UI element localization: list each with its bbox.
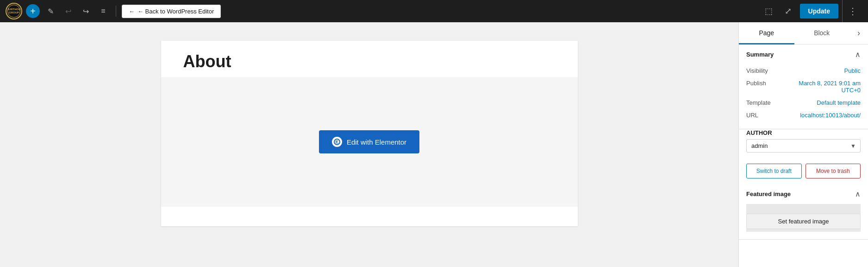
main-layout: About E Edit with Elementor Page — [0, 22, 868, 267]
move-to-trash-button[interactable]: Move to trash — [806, 164, 861, 178]
featured-image-placeholder: Set featured image — [746, 204, 861, 232]
publish-value[interactable]: March 8, 2021 9:01 am UTC+0 — [779, 80, 861, 94]
url-row: URL localhost:10013/about/ — [746, 109, 861, 121]
template-value[interactable]: Default template — [779, 99, 861, 106]
settings-button[interactable]: ⋮ — [842, 0, 862, 22]
add-block-button[interactable]: + — [26, 4, 40, 18]
logo-text: JURTHOU GROUP — [7, 8, 21, 14]
url-label: URL — [746, 112, 779, 119]
undo-icon: ↩ — [65, 7, 71, 16]
toolbar-right: ⬚ ⤢ Update ⋮ — [761, 0, 862, 22]
summary-title: Summary — [746, 51, 774, 58]
set-featured-image-button[interactable]: Set featured image — [746, 214, 861, 229]
tab-block-label: Block — [814, 29, 830, 37]
page-title-area: About — [161, 41, 578, 77]
summary-toggle-icon: ∧ — [855, 50, 861, 59]
back-to-wp-button[interactable]: ← ← Back to WordPress Editor — [122, 5, 221, 18]
publish-row: Publish March 8, 2021 9:01 am UTC+0 — [746, 77, 861, 96]
back-to-wp-label: ← Back to WordPress Editor — [137, 8, 214, 15]
featured-image-toggle-icon: ∧ — [855, 190, 861, 198]
right-sidebar: Page Block › Summary ∧ Visibility Public — [738, 22, 868, 267]
toolbar-separator — [116, 6, 116, 17]
pen-icon: ✎ — [48, 7, 54, 16]
visibility-row: Visibility Public — [746, 64, 861, 77]
page-title: About — [183, 52, 556, 71]
author-select[interactable]: admin — [746, 139, 861, 153]
update-button[interactable]: Update — [800, 4, 838, 19]
featured-image-body: Set featured image — [739, 204, 868, 239]
page-content: About E Edit with Elementor — [161, 41, 578, 226]
redo-button[interactable]: ↪ — [79, 4, 93, 18]
author-select-wrapper: admin ▼ — [746, 139, 861, 153]
summary-section: Summary ∧ Visibility Public Publish Marc… — [739, 44, 868, 129]
template-row: Template Default template — [746, 96, 861, 109]
view-mode-button[interactable]: ⬚ — [761, 3, 777, 19]
redo-icon: ↪ — [83, 7, 89, 16]
summary-section-body: Visibility Public Publish March 8, 2021 … — [739, 64, 868, 129]
back-arrow-icon: ← — [129, 8, 135, 15]
tab-page[interactable]: Page — [739, 22, 794, 44]
template-label: Template — [746, 99, 779, 106]
expand-icon: › — [857, 28, 860, 38]
page-body: E Edit with Elementor — [161, 77, 578, 207]
sidebar-tabs: Page Block › — [739, 22, 868, 44]
sidebar-expand-button[interactable]: › — [849, 22, 868, 44]
preview-button[interactable]: ⤢ — [781, 3, 796, 19]
preview-icon: ⤢ — [785, 6, 792, 16]
list-icon: ≡ — [101, 7, 105, 15]
summary-section-header[interactable]: Summary ∧ — [739, 44, 868, 64]
featured-image-section: Featured image ∧ Set featured image — [739, 184, 868, 240]
featured-image-header[interactable]: Featured image ∧ — [739, 184, 868, 204]
list-view-button[interactable]: ≡ — [96, 4, 110, 18]
author-label: AUTHOR — [746, 129, 861, 136]
featured-image-title: Featured image — [746, 191, 791, 197]
settings-icon: ⋮ — [848, 6, 857, 17]
tab-block[interactable]: Block — [794, 22, 850, 44]
edit-elementor-label: Edit with Elementor — [347, 138, 406, 146]
action-buttons: Switch to draft Move to trash — [739, 158, 868, 184]
edit-with-elementor-button[interactable]: E Edit with Elementor — [319, 130, 419, 153]
undo-button[interactable]: ↩ — [61, 4, 75, 18]
toolbar: JURTHOU GROUP + ✎ ↩ ↪ ≡ ← ← Back to Word… — [0, 0, 868, 22]
plus-icon: + — [30, 6, 36, 17]
publish-label: Publish — [746, 80, 779, 87]
pen-icon-button[interactable]: ✎ — [44, 4, 57, 18]
tab-page-label: Page — [759, 29, 774, 37]
visibility-label: Visibility — [746, 67, 779, 74]
view-icon: ⬚ — [765, 6, 773, 16]
site-logo: JURTHOU GROUP — [6, 3, 22, 19]
visibility-value[interactable]: Public — [779, 67, 861, 74]
switch-to-draft-button[interactable]: Switch to draft — [746, 164, 802, 178]
url-value[interactable]: localhost:10013/about/ — [779, 112, 861, 119]
author-section: AUTHOR admin ▼ — [739, 129, 868, 158]
editor-area: About E Edit with Elementor — [0, 22, 738, 267]
elementor-logo-icon: E — [332, 137, 342, 147]
